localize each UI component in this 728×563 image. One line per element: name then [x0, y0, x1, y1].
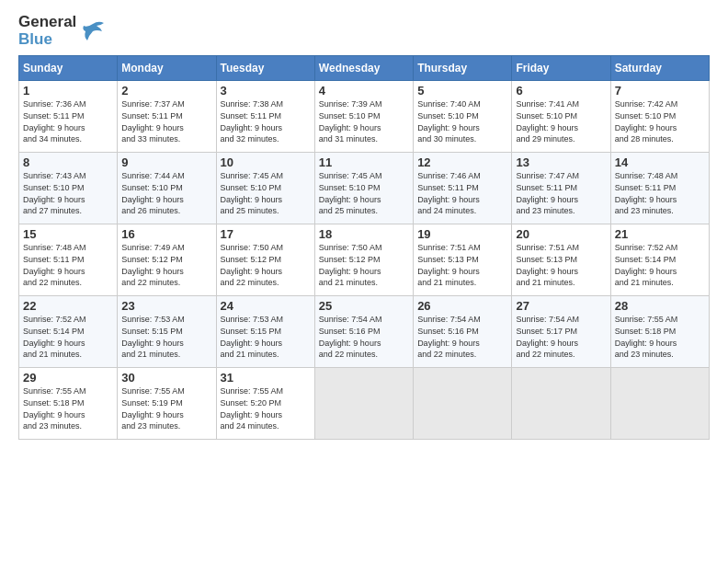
day-number: 2 [121, 84, 211, 98]
calendar-day-cell [610, 368, 709, 440]
day-number: 16 [121, 227, 211, 241]
weekday-header-saturday: Saturday [610, 56, 709, 81]
calendar-day-cell: 12Sunrise: 7:46 AM Sunset: 5:11 PM Dayli… [414, 153, 512, 224]
day-info: Sunrise: 7:49 AM Sunset: 5:12 PM Dayligh… [121, 242, 211, 288]
calendar-day-cell: 19Sunrise: 7:51 AM Sunset: 5:13 PM Dayli… [414, 224, 512, 296]
day-number: 15 [23, 227, 113, 241]
day-number: 9 [121, 155, 211, 169]
day-number: 5 [417, 84, 507, 98]
day-info: Sunrise: 7:54 AM Sunset: 5:17 PM Dayligh… [516, 314, 606, 360]
day-info: Sunrise: 7:47 AM Sunset: 5:11 PM Dayligh… [516, 170, 606, 216]
day-number: 22 [23, 299, 113, 313]
day-number: 1 [23, 84, 113, 98]
day-info: Sunrise: 7:50 AM Sunset: 5:12 PM Dayligh… [319, 242, 409, 288]
calendar-day-cell: 1Sunrise: 7:36 AM Sunset: 5:11 PM Daylig… [19, 81, 118, 153]
day-info: Sunrise: 7:38 AM Sunset: 5:11 PM Dayligh… [221, 98, 311, 144]
day-number: 13 [516, 155, 606, 169]
calendar-day-cell [314, 368, 413, 440]
calendar-day-cell: 21Sunrise: 7:52 AM Sunset: 5:14 PM Dayli… [610, 224, 709, 296]
weekday-header-sunday: Sunday [19, 56, 118, 81]
day-info: Sunrise: 7:36 AM Sunset: 5:11 PM Dayligh… [23, 98, 113, 144]
day-number: 11 [319, 155, 409, 169]
day-number: 7 [615, 84, 705, 98]
calendar-day-cell: 9Sunrise: 7:44 AM Sunset: 5:10 PM Daylig… [118, 153, 216, 224]
day-info: Sunrise: 7:54 AM Sunset: 5:16 PM Dayligh… [319, 314, 409, 360]
weekday-header-friday: Friday [512, 56, 610, 81]
calendar-day-cell: 11Sunrise: 7:45 AM Sunset: 5:10 PM Dayli… [314, 153, 413, 224]
day-info: Sunrise: 7:37 AM Sunset: 5:11 PM Dayligh… [121, 98, 211, 144]
day-info: Sunrise: 7:53 AM Sunset: 5:15 PM Dayligh… [121, 314, 211, 360]
calendar-day-cell: 17Sunrise: 7:50 AM Sunset: 5:12 PM Dayli… [216, 224, 314, 296]
calendar-body: 1Sunrise: 7:36 AM Sunset: 5:11 PM Daylig… [19, 81, 710, 440]
day-number: 26 [417, 299, 507, 313]
day-number: 18 [319, 227, 409, 241]
calendar-day-cell: 24Sunrise: 7:53 AM Sunset: 5:15 PM Dayli… [216, 296, 314, 368]
calendar-table: SundayMondayTuesdayWednesdayThursdayFrid… [18, 55, 710, 440]
calendar-day-cell: 2Sunrise: 7:37 AM Sunset: 5:11 PM Daylig… [118, 81, 216, 153]
calendar-day-cell: 4Sunrise: 7:39 AM Sunset: 5:10 PM Daylig… [314, 81, 413, 153]
calendar-day-cell: 15Sunrise: 7:48 AM Sunset: 5:11 PM Dayli… [19, 224, 118, 296]
day-info: Sunrise: 7:43 AM Sunset: 5:10 PM Dayligh… [23, 170, 113, 216]
calendar-day-cell: 26Sunrise: 7:54 AM Sunset: 5:16 PM Dayli… [414, 296, 512, 368]
day-number: 6 [516, 84, 606, 98]
calendar-day-cell: 30Sunrise: 7:55 AM Sunset: 5:19 PM Dayli… [118, 368, 216, 440]
calendar-day-cell: 8Sunrise: 7:43 AM Sunset: 5:10 PM Daylig… [19, 153, 118, 224]
day-info: Sunrise: 7:40 AM Sunset: 5:10 PM Dayligh… [417, 98, 507, 144]
day-info: Sunrise: 7:52 AM Sunset: 5:14 PM Dayligh… [23, 314, 113, 360]
day-number: 31 [221, 371, 311, 385]
calendar-day-cell: 10Sunrise: 7:45 AM Sunset: 5:10 PM Dayli… [216, 153, 314, 224]
day-number: 24 [221, 299, 311, 313]
calendar-day-cell: 7Sunrise: 7:42 AM Sunset: 5:10 PM Daylig… [610, 81, 709, 153]
calendar-day-cell [414, 368, 512, 440]
day-number: 19 [417, 227, 507, 241]
calendar-day-cell: 5Sunrise: 7:40 AM Sunset: 5:10 PM Daylig… [414, 81, 512, 153]
day-number: 27 [516, 299, 606, 313]
day-info: Sunrise: 7:55 AM Sunset: 5:18 PM Dayligh… [23, 385, 113, 431]
day-info: Sunrise: 7:46 AM Sunset: 5:11 PM Dayligh… [417, 170, 507, 216]
day-number: 29 [23, 371, 113, 385]
logo: General Blue [18, 14, 106, 48]
calendar-week-row: 8Sunrise: 7:43 AM Sunset: 5:10 PM Daylig… [19, 153, 710, 224]
calendar-header-row: SundayMondayTuesdayWednesdayThursdayFrid… [19, 56, 710, 81]
day-info: Sunrise: 7:54 AM Sunset: 5:16 PM Dayligh… [417, 314, 507, 360]
day-info: Sunrise: 7:51 AM Sunset: 5:13 PM Dayligh… [516, 242, 606, 288]
day-info: Sunrise: 7:55 AM Sunset: 5:20 PM Dayligh… [221, 385, 311, 431]
page-header: General Blue [18, 14, 710, 48]
calendar-day-cell: 29Sunrise: 7:55 AM Sunset: 5:18 PM Dayli… [19, 368, 118, 440]
day-info: Sunrise: 7:52 AM Sunset: 5:14 PM Dayligh… [615, 242, 705, 288]
day-number: 25 [319, 299, 409, 313]
calendar-day-cell: 13Sunrise: 7:47 AM Sunset: 5:11 PM Dayli… [512, 153, 610, 224]
day-number: 12 [417, 155, 507, 169]
day-number: 17 [221, 227, 311, 241]
calendar-week-row: 1Sunrise: 7:36 AM Sunset: 5:11 PM Daylig… [19, 81, 710, 153]
calendar-day-cell: 3Sunrise: 7:38 AM Sunset: 5:11 PM Daylig… [216, 81, 314, 153]
calendar-day-cell: 31Sunrise: 7:55 AM Sunset: 5:20 PM Dayli… [216, 368, 314, 440]
calendar-day-cell: 25Sunrise: 7:54 AM Sunset: 5:16 PM Dayli… [314, 296, 413, 368]
day-info: Sunrise: 7:44 AM Sunset: 5:10 PM Dayligh… [121, 170, 211, 216]
calendar-week-row: 29Sunrise: 7:55 AM Sunset: 5:18 PM Dayli… [19, 368, 710, 440]
day-info: Sunrise: 7:51 AM Sunset: 5:13 PM Dayligh… [417, 242, 507, 288]
day-number: 14 [615, 155, 705, 169]
weekday-header-tuesday: Tuesday [216, 56, 314, 81]
day-info: Sunrise: 7:45 AM Sunset: 5:10 PM Dayligh… [221, 170, 311, 216]
calendar-week-row: 15Sunrise: 7:48 AM Sunset: 5:11 PM Dayli… [19, 224, 710, 296]
weekday-header-monday: Monday [118, 56, 216, 81]
day-info: Sunrise: 7:48 AM Sunset: 5:11 PM Dayligh… [23, 242, 113, 288]
day-info: Sunrise: 7:39 AM Sunset: 5:10 PM Dayligh… [319, 98, 409, 144]
day-info: Sunrise: 7:55 AM Sunset: 5:19 PM Dayligh… [121, 385, 211, 431]
calendar-day-cell: 18Sunrise: 7:50 AM Sunset: 5:12 PM Dayli… [314, 224, 413, 296]
day-number: 10 [221, 155, 311, 169]
calendar-day-cell: 16Sunrise: 7:49 AM Sunset: 5:12 PM Dayli… [118, 224, 216, 296]
day-info: Sunrise: 7:55 AM Sunset: 5:18 PM Dayligh… [615, 314, 705, 360]
day-info: Sunrise: 7:42 AM Sunset: 5:10 PM Dayligh… [615, 98, 705, 144]
calendar-day-cell: 14Sunrise: 7:48 AM Sunset: 5:11 PM Dayli… [610, 153, 709, 224]
calendar-day-cell: 27Sunrise: 7:54 AM Sunset: 5:17 PM Dayli… [512, 296, 610, 368]
day-info: Sunrise: 7:48 AM Sunset: 5:11 PM Dayligh… [615, 170, 705, 216]
day-number: 23 [121, 299, 211, 313]
calendar-week-row: 22Sunrise: 7:52 AM Sunset: 5:14 PM Dayli… [19, 296, 710, 368]
day-number: 30 [121, 371, 211, 385]
day-number: 20 [516, 227, 606, 241]
day-info: Sunrise: 7:53 AM Sunset: 5:15 PM Dayligh… [221, 314, 311, 360]
day-info: Sunrise: 7:45 AM Sunset: 5:10 PM Dayligh… [319, 170, 409, 216]
calendar-day-cell: 20Sunrise: 7:51 AM Sunset: 5:13 PM Dayli… [512, 224, 610, 296]
